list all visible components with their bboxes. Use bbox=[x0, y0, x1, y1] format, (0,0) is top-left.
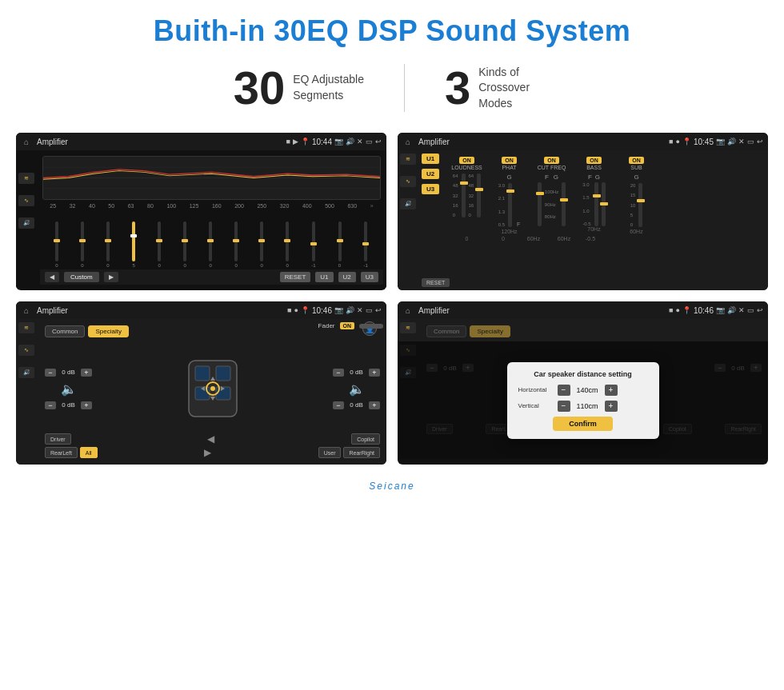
db-fr-plus[interactable]: + bbox=[369, 369, 380, 377]
eq-u3-button[interactable]: U3 bbox=[361, 272, 378, 282]
db-rl-minus[interactable]: − bbox=[45, 401, 56, 409]
eq-prev-button[interactable]: ◀ bbox=[45, 272, 59, 282]
back-icon-2: ↩ bbox=[757, 138, 763, 146]
screen1-title: Amplifier bbox=[37, 138, 283, 146]
fader-label: Fader bbox=[318, 322, 335, 329]
cross-reset-button[interactable]: RESET bbox=[422, 278, 450, 287]
screen1-topbar-icons: ■ ▶ 📍 10:44 📷 🔊 ✕ ▭ ↩ bbox=[286, 138, 382, 146]
user-btn[interactable]: User bbox=[318, 447, 342, 458]
wave-icon-2[interactable]: ∿ bbox=[400, 176, 416, 187]
eq-slider-7[interactable]: 0 bbox=[234, 221, 238, 268]
home-icon-3[interactable]: ⌂ bbox=[21, 305, 32, 316]
cross-u3-button[interactable]: U3 bbox=[422, 184, 439, 194]
bass-on-badge[interactable]: ON bbox=[586, 157, 602, 164]
wave-icon[interactable]: ∿ bbox=[18, 195, 34, 206]
volume-icon-2: 🔊 bbox=[727, 138, 736, 146]
screen2-topbar-icons: ■ ● 📍 10:45 📷 🔊 ✕ ▭ ↩ bbox=[669, 138, 763, 146]
eq-slider-2[interactable]: 0 bbox=[106, 221, 110, 268]
cutfreq-on-badge[interactable]: ON bbox=[544, 157, 559, 164]
bass-label: BASS bbox=[586, 165, 602, 170]
eq-slider-1[interactable]: 0 bbox=[81, 221, 84, 268]
db-rr-plus[interactable]: + bbox=[369, 401, 380, 409]
screen4-topbar-icons: ■ ● 📍 10:46 📷 🔊 ✕ ▭ ↩ bbox=[669, 306, 763, 315]
eq-u2-button[interactable]: U2 bbox=[338, 272, 356, 282]
copilot-btn[interactable]: Copilot bbox=[351, 433, 380, 445]
fader-slider[interactable] bbox=[359, 324, 383, 329]
vertical-value: 110cm bbox=[574, 402, 602, 410]
channel-cutfreq: ON CUT FREQ FG 100Hz90Hz80Hz bbox=[534, 157, 570, 226]
horizontal-value: 140cm bbox=[574, 386, 602, 394]
common-tab-4: Common bbox=[426, 325, 466, 337]
loudness-on-badge[interactable]: ON bbox=[459, 157, 474, 164]
volume-icon-3: 🔊 bbox=[346, 306, 354, 314]
db-rr-minus[interactable]: − bbox=[333, 401, 344, 409]
location-icon: 📍 bbox=[301, 138, 310, 146]
wave-icon-3[interactable]: ∿ bbox=[18, 345, 34, 356]
eq-slider-10[interactable]: -1 bbox=[311, 221, 315, 268]
sub-on-badge[interactable]: ON bbox=[629, 157, 644, 164]
location-icon-3: 📍 bbox=[301, 306, 310, 314]
db-fl-plus[interactable]: + bbox=[81, 369, 92, 377]
stat-number-crossover: 3 bbox=[445, 65, 470, 111]
eq-u1-button[interactable]: U1 bbox=[315, 272, 333, 282]
sp4-tabs: Common Specialty bbox=[426, 325, 762, 337]
eq-icon-3[interactable]: ≋ bbox=[18, 322, 34, 333]
home-icon[interactable]: ⌂ bbox=[21, 136, 32, 147]
all-btn[interactable]: All bbox=[80, 447, 98, 458]
eq-slider-5[interactable]: 0 bbox=[183, 221, 186, 268]
eq-slider-12[interactable]: -1 bbox=[364, 221, 368, 268]
eq-slider-6[interactable]: 0 bbox=[209, 221, 212, 268]
eq-icon-2[interactable]: ≋ bbox=[400, 154, 416, 165]
eq-slider-0[interactable]: 0 bbox=[55, 221, 58, 268]
home-icon-2[interactable]: ⌂ bbox=[402, 136, 414, 147]
eq-reset-button[interactable]: RESET bbox=[280, 272, 311, 282]
rearright-btn[interactable]: RearRight bbox=[343, 447, 380, 458]
db-rr-val: 0 dB bbox=[346, 401, 366, 409]
eq-slider-3[interactable]: 5 bbox=[132, 221, 135, 268]
eq-icon-4[interactable]: ≋ bbox=[400, 322, 416, 333]
eq-next-button[interactable]: ▶ bbox=[104, 272, 118, 282]
dot-icon-4: ● bbox=[676, 306, 680, 314]
cross-u1-button[interactable]: U1 bbox=[422, 154, 439, 164]
vertical-minus-btn[interactable]: − bbox=[558, 401, 570, 412]
confirm-button[interactable]: Confirm bbox=[553, 417, 613, 431]
horizontal-minus-btn[interactable]: − bbox=[558, 385, 570, 396]
eq-preset-button[interactable]: Custom bbox=[64, 272, 99, 282]
vertical-plus-btn[interactable]: + bbox=[605, 401, 618, 412]
minimize-icon-4: ▭ bbox=[747, 306, 754, 314]
camera-icon-4: 📷 bbox=[716, 306, 725, 314]
speaker-icon-2[interactable]: 🔊 bbox=[400, 198, 416, 209]
fader-on-badge[interactable]: ON bbox=[340, 322, 355, 329]
db-row-fl: − 0 dB + bbox=[45, 369, 92, 377]
screen3-time: 10:46 bbox=[312, 306, 332, 315]
screen2-time: 10:45 bbox=[694, 138, 714, 146]
left-arrow-icon: ◀ bbox=[207, 433, 214, 445]
horizontal-plus-btn[interactable]: + bbox=[605, 385, 618, 396]
db-fl-minus[interactable]: − bbox=[45, 369, 56, 377]
minimize-icon: ▭ bbox=[366, 138, 373, 146]
eq-slider-11[interactable]: 0 bbox=[338, 221, 342, 268]
speaker-icon-3[interactable]: 🔊 bbox=[18, 367, 34, 378]
specialty-tab[interactable]: Specialty bbox=[88, 325, 128, 337]
phat-on-badge[interactable]: ON bbox=[502, 157, 517, 164]
eq-slider-8[interactable]: 0 bbox=[260, 221, 263, 268]
db-fr-minus[interactable]: − bbox=[333, 369, 344, 377]
screen1-topbar: ⌂ Amplifier ■ ▶ 📍 10:44 📷 🔊 ✕ ▭ ↩ bbox=[16, 133, 386, 150]
cross-u2-button[interactable]: U2 bbox=[422, 169, 439, 179]
speaker-icon[interactable]: 🔊 bbox=[18, 217, 34, 229]
home-icon-4[interactable]: ⌂ bbox=[402, 305, 414, 316]
common-tab[interactable]: Common bbox=[45, 325, 85, 337]
eq-slider-4[interactable]: 0 bbox=[158, 221, 161, 268]
screen3-left-icons: ≋ ∿ 🔊 bbox=[18, 322, 34, 378]
screen3-title: Amplifier bbox=[37, 306, 284, 315]
db-rl-plus[interactable]: + bbox=[81, 401, 92, 409]
eq-icon[interactable]: ≋ bbox=[18, 173, 34, 184]
loudness-label: LOUDNESS bbox=[451, 165, 482, 170]
eq-bottom-bar: ◀ Custom ▶ RESET U1 U2 U3 bbox=[40, 269, 383, 285]
driver-btn[interactable]: Driver bbox=[45, 433, 71, 445]
page-title: Buith-in 30EQ DSP Sound System bbox=[0, 0, 784, 56]
rearleft-btn[interactable]: RearLeft bbox=[45, 447, 78, 458]
eq-slider-9[interactable]: 0 bbox=[286, 221, 289, 268]
svg-rect-5 bbox=[195, 366, 210, 381]
screens-grid: ⌂ Amplifier ■ ▶ 📍 10:44 📷 🔊 ✕ ▭ ↩ ≋ ∿ 🔊 bbox=[0, 126, 784, 477]
